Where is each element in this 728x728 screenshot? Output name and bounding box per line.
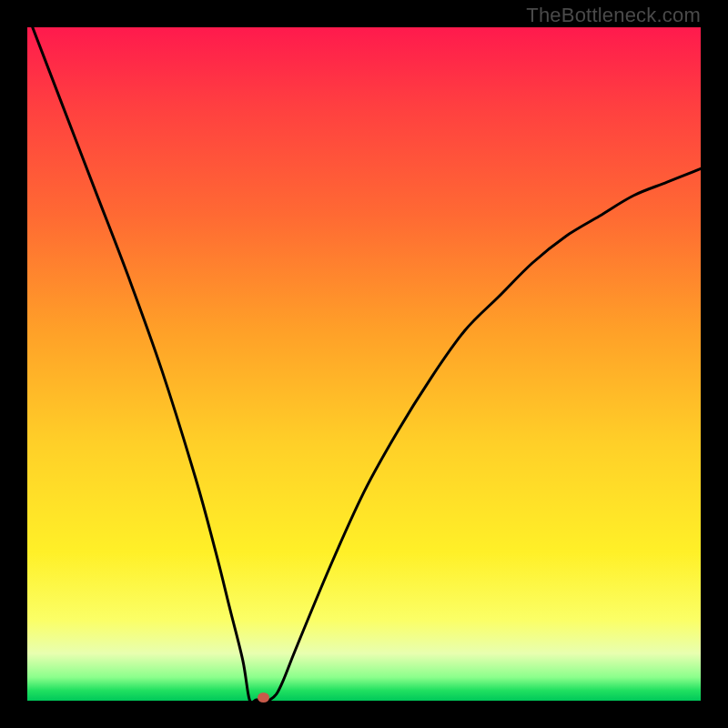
plot-frame xyxy=(27,27,701,701)
watermark-text: TheBottleneck.com xyxy=(526,4,701,27)
bottleneck-curve xyxy=(27,27,701,701)
plot-area xyxy=(27,27,701,701)
minimum-marker xyxy=(258,693,269,703)
bottleneck-curve-path xyxy=(27,27,701,701)
